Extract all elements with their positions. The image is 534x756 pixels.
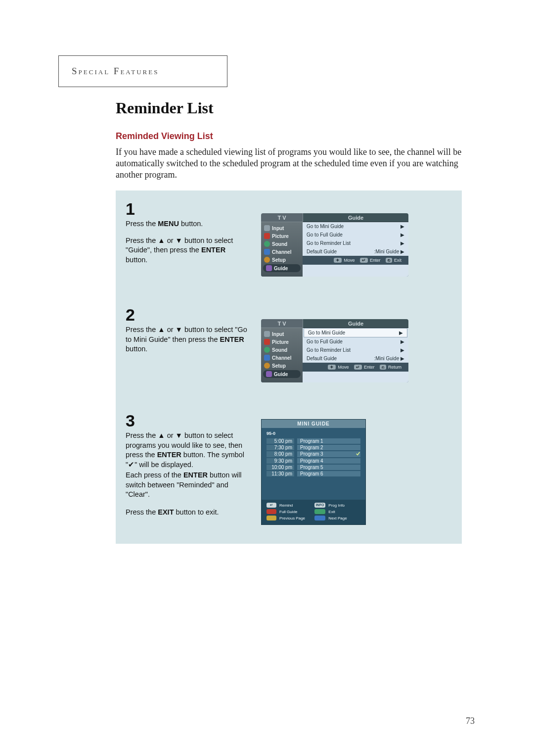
channel-icon — [264, 249, 270, 255]
mini-row-0-time: 5:00 pm — [267, 438, 294, 444]
mini-row-4-time: 10:00 pm — [267, 465, 294, 470]
osd1-side-sound-label: Sound — [272, 241, 287, 247]
input-icon — [264, 331, 270, 337]
osd2-footer-move: Move — [338, 365, 349, 370]
osd1-side-setup-label: Setup — [272, 257, 286, 263]
section-header-box: Special Features — [58, 55, 227, 87]
osd1-side-picture-label: Picture — [272, 234, 289, 239]
osd1-row-0: Go to Mini Guide▶ — [303, 222, 408, 231]
mini-row-3-time: 9:30 pm — [267, 458, 294, 464]
osd2-header: T V Guide — [261, 319, 408, 328]
legend-key-yellow — [267, 516, 276, 520]
osd2-header-left: T V — [261, 319, 303, 328]
setup-icon — [264, 257, 270, 263]
osd2-row-1-label: Go to Full Guide — [307, 339, 343, 344]
osd1-row-3-label: Default Guide — [307, 249, 337, 254]
osd1-row-2: Go to Reminder List▶ — [303, 239, 408, 247]
legend-fullguide: Full Guide — [279, 510, 312, 514]
content-area: Reminder List Reminded Viewing List If y… — [116, 99, 462, 544]
osd-screenshot-1: T V Guide Input Picture Sound Channel Se… — [261, 213, 408, 277]
mini-row-3-prog-label: Program 4 — [300, 458, 323, 464]
return-chip: ⎌ — [380, 365, 386, 370]
osd2-row-0: Go to Mini Guide▶ — [304, 328, 407, 337]
osd2-main: Go to Mini Guide▶ Go to Full Guide▶ Go t… — [303, 328, 408, 382]
osd2-side-channel: Channel — [261, 354, 303, 362]
guide-icon — [266, 265, 272, 271]
check-icon — [356, 451, 360, 457]
guide-icon — [266, 371, 272, 377]
osd1-row-2-label: Go to Reminder List — [307, 240, 351, 246]
section-header-label: Special Features — [59, 56, 227, 77]
osd2-footer: ✦Move ↵Enter ⎌Return — [303, 363, 408, 372]
osd1-row-1-value: ▶ — [400, 232, 404, 237]
step-3-p3a: Press the — [126, 508, 158, 516]
mini-row-3-prog: Program 4 — [297, 458, 360, 464]
mini-row-5-time: 11:30 pm — [267, 471, 294, 476]
osd2-row-0-label: Go to Mini Guide — [308, 330, 345, 335]
osd1-side-channel-label: Channel — [272, 249, 291, 255]
osd1-main: Go to Mini Guide▶ Go to Full Guide▶ Go t… — [303, 222, 408, 277]
osd1-footer-exit: Exit — [394, 258, 401, 263]
osd1-side-sound: Sound — [261, 240, 303, 248]
mini-guide-blank-area — [267, 477, 360, 498]
step-3: 3 Press the ▲ or ▼ button to select prog… — [125, 407, 453, 530]
step-2-p1c: button. — [126, 345, 147, 353]
exit-chip: ⎋ — [386, 258, 392, 263]
osd1-row-0-value: ▶ — [400, 224, 404, 229]
osd2-side-setup: Setup — [261, 362, 303, 370]
step-1-p1c: button. — [179, 220, 203, 228]
legend-remind: Remind — [279, 503, 312, 508]
channel-icon — [264, 355, 270, 361]
step-1-number: 1 — [126, 200, 249, 217]
step-3-p2a: Each press of the — [126, 471, 183, 479]
step-2-p1b: ENTER — [220, 335, 244, 343]
osd1-footer: ✦Move ↵Enter ⎋Exit — [303, 256, 408, 265]
osd1-side-channel: Channel — [261, 248, 303, 256]
mini-row-0-prog-label: Program 1 — [300, 438, 323, 444]
osd2-row-3: Default Guide:Mini Guide ▶ — [303, 354, 408, 363]
mini-row-1-time: 7:30 pm — [267, 445, 294, 450]
step-1: 1 Press the MENU button. Press the ▲ or … — [125, 195, 453, 301]
mini-row-4-prog: Program 5 — [297, 465, 360, 470]
picture-icon — [264, 339, 270, 345]
mini-row-2: 8:00 pm Program 3 — [267, 451, 360, 458]
step-3-text: 3 Press the ▲ or ▼ button to select prog… — [126, 412, 249, 524]
sound-icon — [264, 241, 270, 247]
osd1-footer-move: Move — [344, 258, 355, 263]
mini-row-3: 9:30 pm Program 4 — [267, 458, 360, 464]
step-3-p2b: ENTER — [183, 471, 208, 479]
osd2-header-right: Guide — [303, 319, 408, 328]
osd2-sidebar: Input Picture Sound Channel Setup Guide — [261, 328, 303, 382]
osd1-row-2-value: ▶ — [400, 240, 404, 246]
move-chip: ✦ — [328, 365, 336, 370]
mini-row-5: 11:30 pm Program 6 — [267, 471, 360, 477]
osd2-side-channel-label: Channel — [272, 355, 291, 361]
osd2-footer-enter: Enter — [364, 365, 375, 370]
mini-row-1: 7:30 pm Program 2 — [267, 444, 360, 451]
osd1-row-3: Default Guide:Mini Guide ▶ — [303, 247, 408, 256]
mini-row-1-prog: Program 2 — [297, 445, 360, 450]
mini-guide-list: 5:00 pm Program 1 7:30 pm Program 2 8:00… — [262, 438, 365, 500]
step-1-p2c: button. — [126, 256, 147, 264]
setup-icon — [264, 363, 270, 369]
osd2-side-picture-label: Picture — [272, 339, 289, 345]
step-1-p2b: ENTER — [201, 246, 225, 254]
osd1-header-left: T V — [261, 213, 303, 222]
osd1-body: Input Picture Sound Channel Setup Guide … — [261, 222, 408, 277]
legend-key-red — [267, 509, 276, 514]
mini-row-4: 10:00 pm Program 5 — [267, 464, 360, 471]
step-3-p3b: EXIT — [158, 508, 174, 516]
enter-chip: ↵ — [354, 365, 362, 370]
osd2-side-guide-label: Guide — [274, 372, 288, 377]
mini-row-5-prog-label: Program 6 — [300, 471, 323, 476]
mini-row-4-prog-label: Program 5 — [300, 465, 323, 470]
osd2-body: Input Picture Sound Channel Setup Guide … — [261, 328, 408, 382]
osd2-side-guide: Guide — [263, 370, 301, 378]
osd2-row-2-label: Go to Reminder List — [307, 347, 351, 353]
legend-key-blue — [314, 516, 326, 520]
osd1-side-guide: Guide — [263, 264, 301, 272]
legend-prevpage: Previous Page — [279, 516, 312, 520]
steps-container: 1 Press the MENU button. Press the ▲ or … — [116, 190, 462, 544]
step-2-text: 2 Press the ▲ or ▼ button to select "Go … — [126, 306, 249, 355]
osd2-row-2: Go to Reminder List▶ — [303, 346, 408, 354]
